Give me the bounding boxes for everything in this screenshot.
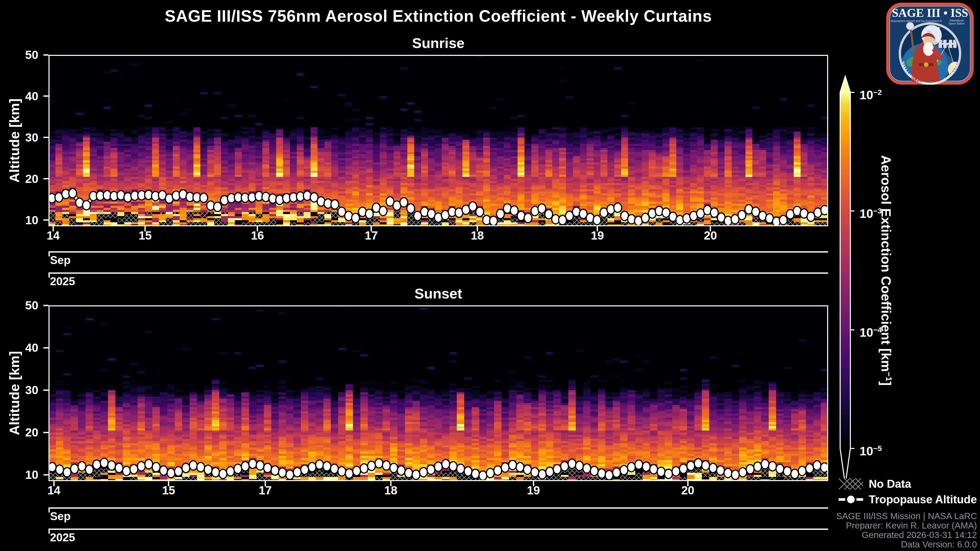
y-tick-mark	[43, 219, 48, 221]
month-axis-line	[48, 251, 828, 252]
year-axis-tick	[48, 529, 50, 534]
x-tick-label: 18	[460, 229, 495, 242]
x-tick-label: 19	[579, 229, 615, 242]
legend-row-no-data: No Data	[838, 478, 911, 490]
month-axis-label: Sep	[50, 510, 71, 522]
y-tick-label: 50	[8, 300, 38, 311]
year-axis-line	[48, 272, 828, 274]
colorbar-tick-1e-5: 10−5	[859, 442, 882, 458]
x-tick-label: 19	[515, 484, 551, 497]
x-tick-label: 20	[693, 229, 729, 242]
x-tick-label: 15	[151, 484, 186, 497]
colorbar-axis-label: Aerosol Extinction Coefficient [km−1]	[878, 155, 894, 386]
y-tick-label: 10	[8, 469, 38, 481]
colorbar-tick-marks	[850, 92, 854, 448]
year-axis-label: 2025	[50, 531, 75, 544]
attribution-generated: Generated 2026-03-31 14:12	[836, 530, 977, 540]
month-axis-tick	[48, 251, 50, 256]
y-tick-mark	[43, 54, 48, 56]
colorbar	[840, 75, 856, 487]
year-axis-label: 2025	[50, 275, 75, 287]
sunset-plot-title: Sunset	[48, 285, 828, 302]
patch-title-text: SAGE III • ISS	[892, 6, 968, 19]
sunset-curtain-heatmap	[48, 305, 828, 481]
tropopause-line-icon	[838, 494, 863, 505]
y-tick-mark	[43, 137, 48, 138]
patch-subtitle-left: Stratospheric Aerosol and Gas Experiment…	[891, 20, 942, 22]
y-tick-mark	[43, 178, 48, 179]
x-tick-label: 14	[36, 484, 72, 497]
colorbar-tick-1e-2: 10−2	[859, 86, 882, 102]
patch-subtitle-right: International	[950, 19, 963, 22]
x-tick-label: 20	[670, 484, 706, 497]
y-tick-mark	[43, 474, 48, 475]
y-tick-label: 10	[8, 214, 38, 226]
y-tick-label: 30	[8, 384, 38, 396]
attribution-preparer: Preparer: Kevin R. Leavor (AMA)	[836, 521, 977, 530]
no-data-hatch-icon	[838, 478, 863, 489]
year-axis-line	[48, 529, 828, 530]
y-tick-mark	[43, 432, 48, 433]
page-title: SAGE III/ISS 756nm Aerosol Extinction Co…	[48, 6, 828, 25]
month-axis-tick	[48, 507, 50, 513]
y-tick-mark	[43, 95, 48, 97]
y-tick-label: 40	[8, 90, 38, 102]
x-tick-label: 15	[127, 229, 163, 242]
mission-patch-logo: SAGE III • ISS Stratospheric Aerosol and…	[886, 3, 974, 85]
y-tick-mark	[43, 305, 48, 306]
month-axis-label: Sep	[50, 254, 71, 266]
month-axis-line	[48, 507, 828, 509]
no-data-label: No Data	[869, 478, 911, 490]
y-tick-mark	[43, 347, 48, 348]
y-tick-label: 50	[8, 49, 38, 61]
legend-row-tropopause: Tropopause Altitude	[838, 493, 977, 506]
x-tick-label: 16	[240, 229, 275, 242]
y-tick-label: 20	[8, 173, 38, 185]
tropopause-label: Tropopause Altitude	[869, 493, 977, 506]
sunrise-plot-title: Sunrise	[48, 35, 828, 51]
sunrise-curtain-heatmap	[48, 55, 828, 226]
svg-text:Space Station: Space Station	[948, 22, 964, 25]
x-tick-label: 18	[373, 484, 409, 497]
y-tick-mark	[43, 389, 48, 391]
year-axis-tick	[48, 272, 50, 278]
attribution-version: Data Version: 6.0.0	[836, 540, 977, 549]
y-tick-label: 20	[8, 427, 38, 438]
y-tick-label: 30	[8, 132, 38, 143]
dashboard: SAGE III/ISS 756nm Aerosol Extinction Co…	[0, 0, 980, 551]
x-tick-label: 17	[353, 229, 389, 242]
attribution-mission: SAGE III/ISS Mission | NASA LaRC	[836, 511, 977, 521]
attribution-block: SAGE III/ISS Mission | NASA LaRC Prepare…	[836, 511, 977, 549]
colorbar-gradient-bar	[840, 76, 850, 485]
x-tick-label: 14	[35, 229, 71, 242]
y-tick-label: 40	[8, 342, 38, 354]
x-tick-label: 17	[247, 484, 283, 497]
